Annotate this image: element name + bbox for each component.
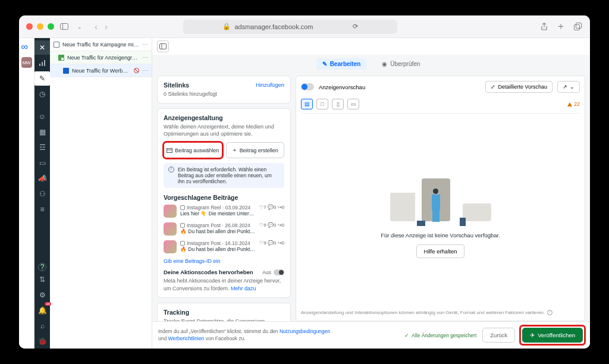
back-button[interactable]: ‹ — [92, 21, 100, 32]
people-icon[interactable]: ⚇ — [34, 187, 50, 201]
url-text: adsmanager.facebook.com — [234, 23, 313, 30]
suggested-post[interactable]: Instagram Post · 26.08.2024 🔥 Du hast be… — [164, 222, 284, 236]
new-tab-icon[interactable]: ＋ — [555, 21, 566, 32]
empty-preview-illustration — [387, 167, 494, 226]
preview-warning[interactable]: 22 — [567, 101, 580, 107]
form-column: Sitelinks 0 Sitelinks hinzugefügt Hinzuf… — [157, 76, 291, 321]
svg-rect-4 — [39, 64, 40, 66]
campaign-name: Neue Traffic für Kampagne mit empfohl… — [62, 42, 139, 48]
ad-icon — [63, 68, 69, 74]
svg-rect-5 — [42, 62, 43, 66]
titlebar-chevron-icon[interactable]: ⌄ — [74, 21, 85, 32]
error-icon — [134, 68, 139, 73]
preview-toggle[interactable] — [301, 83, 314, 90]
actioncodes-more-link[interactable]: Mehr dazu — [231, 285, 256, 291]
actioncodes-label: Deine Aktionscodes hervorheben — [164, 269, 253, 275]
pencil-icon[interactable]: ✎ — [34, 71, 50, 86]
forward-button[interactable]: › — [102, 21, 110, 32]
warning-icon — [567, 102, 572, 106]
layers-icon[interactable]: ☲ — [34, 140, 50, 155]
toggle-state-text: Aus — [262, 269, 271, 275]
maximize-window-button[interactable] — [48, 23, 54, 30]
suggested-post[interactable]: Instagram Post · 16.10.2024 🔥 Du hast be… — [164, 240, 284, 253]
grid-icon[interactable]: ▦ — [34, 125, 50, 139]
collapse-panel-button[interactable] — [157, 40, 169, 52]
tab-edit-label: Bearbeiten — [330, 61, 361, 67]
preview-header: Anzeigenvorschau ⤢ Detaillierte Vorschau… — [301, 81, 580, 93]
device-square-icon[interactable]: □ — [316, 99, 328, 109]
breadcrumb-adset[interactable]: Neue Traffic für Anzeigengruppe mi… ⋯ — [50, 51, 152, 64]
more-icon[interactable]: ⋯ — [142, 54, 148, 61]
more-icon[interactable]: ⋯ — [142, 41, 148, 48]
megaphone-icon[interactable]: 📣 — [34, 171, 50, 186]
url-bar[interactable]: 🔒 adsmanager.facebook.com ⟳ — [183, 20, 397, 34]
more-icon[interactable]: ⋯ — [142, 67, 148, 74]
create-post-button[interactable]: ＋ Beitrag erstellen — [226, 142, 285, 158]
instagram-icon — [180, 205, 185, 210]
info-icon[interactable]: i — [547, 310, 553, 315]
device-feed-icon[interactable]: ▤ — [301, 99, 313, 109]
tab-review[interactable]: ◉ Überprüfen — [376, 58, 426, 70]
titlebar-right: ＋ — [539, 21, 583, 32]
share-preview-button[interactable]: ↗ ⌄ — [557, 81, 580, 93]
breadcrumb-ad[interactable]: Neue Traffic für Werbeanzeig… ⋯ — [50, 64, 152, 77]
tab-review-label: Überprüfen — [390, 61, 420, 67]
sitelinks-add-link[interactable]: Hinzufügen — [256, 81, 284, 88]
close-window-button[interactable] — [26, 23, 33, 30]
close-editor-icon[interactable]: ✕ — [34, 40, 50, 55]
minimize-window-button[interactable] — [37, 23, 43, 30]
smiley-icon[interactable]: ☺ — [34, 109, 50, 124]
svg-rect-0 — [61, 24, 68, 30]
bug-icon[interactable]: 🐞 — [34, 334, 50, 349]
device-wide-icon[interactable]: ▭ — [347, 99, 359, 109]
chevron-down-icon: ⌄ — [570, 84, 575, 90]
ad-policies-link[interactable]: Werberichtlinien — [168, 335, 205, 341]
card-icon[interactable]: ▭ — [34, 156, 50, 170]
reload-icon[interactable]: ⟳ — [353, 23, 358, 30]
meta-logo-icon[interactable]: ∞ — [21, 42, 32, 52]
search-rail-icon[interactable]: ⌕ — [34, 319, 50, 333]
browser-titlebar: ⌄ ‹ › 🔒 adsmanager.facebook.com ⟳ ＋ — [19, 15, 590, 38]
post-thumbnail — [164, 205, 177, 218]
suggested-posts-heading: Vorgeschlagene Beiträge — [164, 194, 284, 201]
terms-link[interactable]: Nutzungsbedingungen — [280, 328, 330, 334]
actioncodes-toggle[interactable] — [274, 269, 284, 275]
disclaimer: Indem du auf „Veröffentlichen“ klickst, … — [158, 328, 337, 341]
publish-button[interactable]: ✈ Veröffentlichen — [522, 328, 583, 343]
sitelinks-count: 0 Sitelinks hinzugefügt — [164, 90, 217, 98]
help-icon[interactable]: ? — [38, 263, 46, 271]
structure-breadcrumbs: Neue Traffic für Kampagne mit empfohl… ⋯… — [50, 38, 152, 349]
post-stats: ♡9 💬0 ↪0 — [259, 240, 284, 253]
post-text: 🔥 Du hast bei allen drei Punkten genickt… — [180, 228, 256, 234]
tabs-overview-icon[interactable] — [572, 21, 583, 32]
svg-rect-6 — [44, 60, 45, 66]
breadcrumb-campaign[interactable]: Neue Traffic für Kampagne mit empfohl… ⋯ — [50, 38, 152, 51]
clock-icon[interactable]: ◷ — [34, 87, 50, 101]
back-button[interactable]: Zurück — [482, 328, 515, 343]
enter-post-id-link[interactable]: Gib eine Beitrags-ID ein — [164, 258, 284, 264]
detailed-preview-button[interactable]: ⤢ Detaillierte Vorschau — [485, 81, 553, 93]
tab-edit[interactable]: ✎ Bearbeiten — [316, 58, 367, 70]
share-icon: ↗ — [563, 84, 567, 90]
instagram-icon — [180, 223, 185, 228]
gear-icon[interactable]: ⚙ — [34, 288, 50, 302]
post-icon — [167, 148, 172, 153]
post-buttons-row: Beitrag auswählen ＋ Beitrag erstellen — [164, 142, 284, 158]
sitelinks-title: Sitelinks — [164, 81, 217, 89]
send-icon: ✈ — [530, 332, 535, 338]
share-icon[interactable] — [539, 21, 550, 32]
suggested-post[interactable]: Instagram Reel · 03.09.2024 Lies hier 👇 … — [164, 205, 284, 218]
select-post-button[interactable]: Beitrag auswählen — [164, 142, 222, 158]
menu-icon[interactable]: ≡ — [34, 202, 50, 216]
pencil-icon: ✎ — [322, 61, 327, 67]
settings-transfer-icon[interactable]: ⇅ — [34, 272, 50, 287]
chart-icon[interactable] — [34, 56, 50, 70]
device-mobile-icon[interactable]: ▯ — [332, 99, 344, 109]
detailed-preview-label: Detaillierte Vorschau — [498, 84, 547, 90]
notifications-icon[interactable]: 🔔38 — [34, 303, 50, 318]
get-help-button[interactable]: Hilfe erhalten — [416, 244, 465, 258]
sidebar-toggle-icon[interactable] — [59, 21, 70, 32]
account-avatar[interactable]: MW — [21, 57, 32, 68]
post-thumbnail — [164, 240, 177, 253]
preview-body: Für diese Anzeige ist keine Vorschau ver… — [301, 118, 580, 306]
